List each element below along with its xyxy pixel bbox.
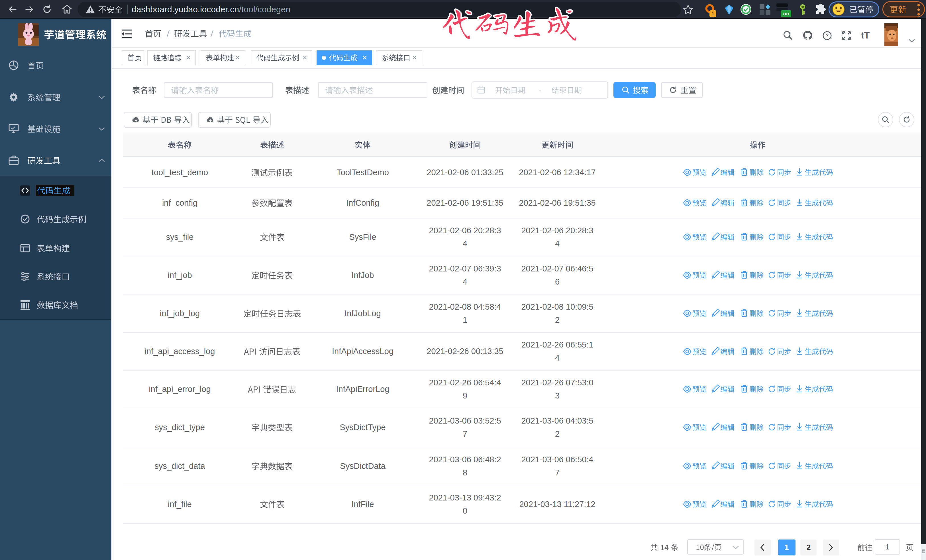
- svg-text:1: 1: [711, 11, 714, 17]
- svg-text:on: on: [783, 11, 789, 17]
- svg-text:?: ?: [826, 33, 829, 38]
